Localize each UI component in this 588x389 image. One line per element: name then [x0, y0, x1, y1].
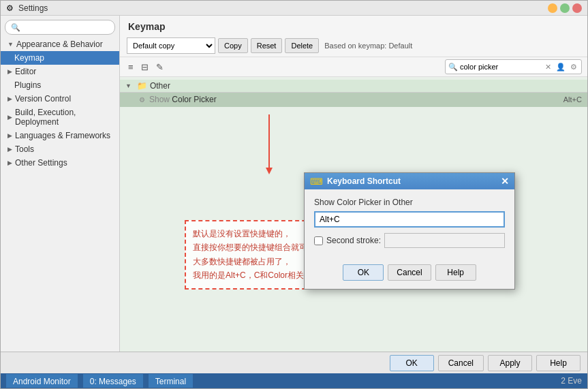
- keyboard-shortcut-dialog: ⌨ Keyboard Shortcut ✕ Show Color Picker …: [304, 172, 515, 290]
- collapse-arrow-vc: ▶: [7, 95, 12, 102]
- collapse-arrow-other: ▶: [7, 159, 12, 166]
- sidebar: ▼ Appearance & Behavior Keymap ▶ Editor …: [1, 16, 120, 352]
- sidebar-item-appearance[interactable]: ▼ Appearance & Behavior: [1, 37, 119, 51]
- sidebar-search-container: [1, 16, 119, 37]
- status-tab-android-label: Android Monitor: [13, 377, 71, 386]
- modal-description: Show Color Picker in Other: [314, 198, 505, 207]
- sidebar-item-label-build: Build, Execution, Deployment: [15, 108, 114, 127]
- second-stroke-checkbox[interactable]: [314, 236, 323, 245]
- keymap-select[interactable]: Default copy: [127, 37, 215, 54]
- sidebar-item-label-languages: Languages & Frameworks: [15, 131, 110, 140]
- action-toolbar: ≡ ⊟ ✎ 🔍 ✕ 👤 ⚙: [120, 57, 587, 77]
- red-arrow-container: [268, 114, 270, 169]
- tree-item-name: Show Color Picker: [149, 95, 217, 104]
- sidebar-item-languages[interactable]: ▶ Languages & Frameworks: [1, 129, 119, 142]
- sidebar-item-editor[interactable]: ▶ Editor: [1, 65, 119, 78]
- modal-help-button[interactable]: Help: [435, 264, 476, 281]
- search-box: 🔍 ✕ 👤 ⚙: [445, 59, 582, 74]
- collapse-arrow-build: ▶: [7, 114, 12, 121]
- sidebar-item-tools[interactable]: ▶ Tools: [1, 142, 119, 156]
- keymap-tree: ▼ 📁 Other ⚙ Show Color Picker Alt+C: [120, 77, 587, 352]
- tree-item-label: Color Picker: [172, 95, 216, 104]
- close-button[interactable]: [572, 3, 582, 13]
- modal-footer: OK Cancel Help: [305, 264, 514, 289]
- sidebar-item-label-editor: Editor: [15, 67, 36, 76]
- tree-group-other[interactable]: ▼ 📁 Other: [120, 80, 587, 93]
- sidebar-item-label-other: Other Settings: [15, 158, 67, 168]
- second-stroke-label: Second stroke:: [326, 236, 381, 245]
- minimize-button[interactable]: [548, 3, 557, 13]
- edit-button[interactable]: ✎: [153, 61, 166, 74]
- tree-group-arrow: ▼: [125, 82, 131, 89]
- main-content: ▼ Appearance & Behavior Keymap ▶ Editor …: [1, 16, 587, 352]
- status-tab-terminal-label: Terminal: [155, 377, 186, 386]
- modal-close-button[interactable]: ✕: [501, 176, 509, 187]
- status-tab-terminal[interactable]: Terminal: [149, 374, 193, 388]
- folder-icon: 📁: [137, 81, 147, 91]
- settings-window: ⚙ Settings ▼ Appearance & Behavior Keyma…: [0, 0, 588, 389]
- modal-second-stroke-row: Second stroke:: [314, 233, 505, 248]
- expand-all-button[interactable]: ≡: [125, 61, 136, 74]
- modal-ok-button[interactable]: OK: [343, 264, 384, 281]
- panel-title: Keymap: [120, 16, 587, 35]
- collapse-arrow-appearance: ▼: [7, 41, 14, 48]
- modal-body: Show Color Picker in Other Second stroke…: [305, 189, 514, 264]
- user-search-button[interactable]: 👤: [555, 63, 567, 72]
- second-stroke-input[interactable]: [384, 233, 505, 248]
- modal-cancel-button[interactable]: Cancel: [388, 264, 431, 281]
- sidebar-item-version-control[interactable]: ▶ Version Control: [1, 92, 119, 106]
- status-tab-messages-label: 0: Messages: [90, 377, 136, 386]
- bottom-bar: OK Cancel Apply Help: [1, 352, 587, 373]
- tree-item-prefix: Show: [149, 95, 172, 104]
- delete-button[interactable]: Delete: [285, 38, 319, 53]
- keymap-toolbar: Default copy Copy Reset Delete Based on …: [120, 35, 587, 57]
- status-tab-messages[interactable]: 0: Messages: [83, 374, 143, 388]
- sidebar-item-label-vc: Version Control: [15, 94, 71, 104]
- sidebar-item-label-keymap: Keymap: [14, 53, 44, 63]
- sidebar-item-label-tools: Tools: [15, 144, 34, 154]
- sidebar-search-input[interactable]: [5, 20, 115, 35]
- based-on-label: Based on keymap: Default: [324, 42, 412, 50]
- sidebar-item-label-plugins: Plugins: [14, 80, 41, 90]
- modal-keyboard-icon: ⌨: [310, 176, 323, 187]
- sidebar-item-label-appearance: Appearance & Behavior: [16, 40, 103, 49]
- tree-item-shortcut: Alt+C: [563, 95, 582, 104]
- sidebar-item-plugins[interactable]: Plugins: [1, 78, 119, 92]
- apply-button[interactable]: Apply: [488, 355, 532, 371]
- collapse-all-button[interactable]: ⊟: [138, 61, 151, 74]
- red-arrow-shaft: [268, 114, 270, 169]
- settings-search-button[interactable]: ⚙: [569, 63, 578, 72]
- clear-search-button[interactable]: ✕: [544, 63, 553, 72]
- tree-group-label: Other: [150, 81, 170, 91]
- collapse-arrow-editor: ▶: [7, 68, 12, 75]
- search-icon: 🔍: [448, 63, 458, 72]
- window-controls: [548, 3, 582, 13]
- search-input[interactable]: [460, 63, 542, 71]
- status-bar: Android Monitor 0: Messages Terminal 2 E…: [1, 373, 587, 388]
- status-tab-android-monitor[interactable]: Android Monitor: [6, 374, 78, 388]
- status-right-text: 2 Eve: [561, 376, 582, 386]
- modal-title-bar: ⌨ Keyboard Shortcut ✕: [305, 173, 514, 189]
- help-button[interactable]: Help: [536, 355, 581, 371]
- sidebar-item-build[interactable]: ▶ Build, Execution, Deployment: [1, 106, 119, 129]
- right-panel: Keymap Default copy Copy Reset Delete Ba…: [120, 16, 587, 352]
- collapse-arrow-lang: ▶: [7, 132, 12, 139]
- cancel-button[interactable]: Cancel: [438, 355, 484, 371]
- maximize-button[interactable]: [560, 3, 570, 13]
- copy-button[interactable]: Copy: [218, 38, 248, 53]
- ok-button[interactable]: OK: [390, 355, 434, 371]
- plugin-icon: ⚙: [139, 96, 145, 104]
- collapse-arrow-tools: ▶: [7, 146, 12, 153]
- status-right: 2 Eve: [561, 376, 582, 386]
- sidebar-item-keymap[interactable]: Keymap: [1, 51, 119, 65]
- red-arrow-head: [266, 168, 273, 174]
- window-title: Settings: [18, 3, 48, 13]
- modal-shortcut-input[interactable]: [314, 211, 505, 228]
- settings-icon: ⚙: [6, 3, 16, 13]
- modal-title: Keyboard Shortcut: [327, 176, 497, 186]
- reset-button[interactable]: Reset: [251, 38, 283, 53]
- title-bar: ⚙ Settings: [1, 1, 587, 16]
- tree-item-color-picker[interactable]: ⚙ Show Color Picker Alt+C: [120, 93, 587, 107]
- sidebar-item-other-settings[interactable]: ▶ Other Settings: [1, 156, 119, 170]
